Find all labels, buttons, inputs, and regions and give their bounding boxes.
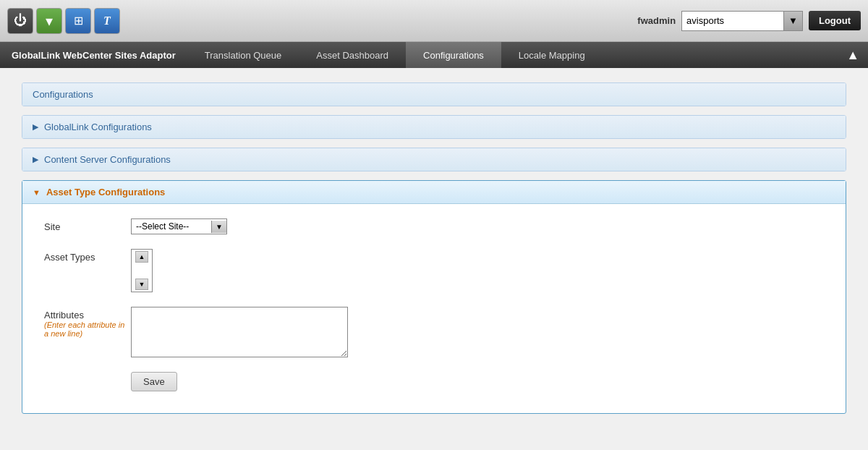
content-server-configs-header[interactable]: ▶ Content Server Configurations — [22, 148, 846, 171]
site-label: Site — [44, 218, 131, 232]
t-icon[interactable]: T — [94, 8, 120, 34]
grid-icon[interactable]: ⊞ — [65, 8, 91, 34]
listbox-scroll-up-btn[interactable]: ▲ — [135, 251, 148, 263]
globallink-configs-title: GlobalLink Configurations — [44, 122, 152, 132]
nav-items: Translation Queue Asset Dashboard Config… — [187, 42, 838, 68]
asset-types-listbox[interactable]: ▲ ▼ — [131, 249, 153, 292]
globallink-configs-header[interactable]: ▶ GlobalLink Configurations — [22, 116, 846, 138]
content-server-configs-panel: ▶ Content Server Configurations — [22, 148, 846, 171]
save-row: Save — [44, 372, 824, 399]
power-icon[interactable]: ⏻ — [7, 8, 33, 34]
site-select-wrapper[interactable]: --Select Site-- ▼ — [131, 218, 227, 234]
site-row: Site --Select Site-- ▼ — [44, 218, 824, 234]
listbox-scroll-down-btn[interactable]: ▼ — [135, 279, 148, 290]
globallink-configs-panel: ▶ GlobalLink Configurations — [22, 115, 846, 139]
attributes-sublabel: (Enter each attribute in a new line) — [44, 320, 131, 338]
upload-icon[interactable]: ▲ — [846, 48, 859, 63]
logout-button[interactable]: Logout — [809, 11, 861, 30]
site-select-arrow-icon: ▼ — [211, 221, 226, 233]
configurations-title: Configurations — [33, 89, 93, 100]
asset-types-label: Asset Types — [44, 249, 131, 263]
navbar: GlobalLink WebCenter Sites Adaptor Trans… — [0, 42, 868, 68]
nav-asset-dashboard[interactable]: Asset Dashboard — [299, 42, 406, 68]
nav-locale-mapping[interactable]: Locale Mapping — [501, 42, 603, 68]
asset-types-row: Asset Types ▲ ▼ — [44, 249, 824, 292]
asset-type-body: Site --Select Site-- ▼ Asset Types ▲ ▼ — [22, 204, 846, 413]
save-button[interactable]: Save — [131, 372, 177, 391]
attributes-label: Attributes — [44, 310, 131, 320]
asset-type-arrow-icon: ▼ — [33, 188, 41, 197]
site-dropdown-btn[interactable]: ▼ — [783, 12, 802, 30]
attributes-label-wrapper: Attributes (Enter each attribute in a ne… — [44, 307, 131, 338]
asset-type-configs-title: Asset Type Configurations — [46, 187, 165, 198]
asset-type-configs-panel: ▼ Asset Type Configurations Site --Selec… — [22, 180, 846, 414]
site-select[interactable]: --Select Site-- — [132, 219, 211, 234]
asset-type-configs-header[interactable]: ▼ Asset Type Configurations — [22, 181, 846, 204]
main-content: Configurations ▶ GlobalLink Configuratio… — [0, 68, 868, 437]
content-server-configs-title: Content Server Configurations — [44, 154, 171, 165]
configurations-title-panel: Configurations — [22, 82, 846, 106]
attributes-row: Attributes (Enter each attribute in a ne… — [44, 307, 824, 357]
site-selector[interactable]: ▼ — [681, 11, 803, 31]
nav-right: ▲ — [838, 42, 868, 68]
configurations-title-header: Configurations — [22, 83, 846, 106]
shield-icon[interactable]: ▾ — [36, 8, 62, 34]
content-server-arrow-icon: ▶ — [33, 155, 38, 164]
toolbar-right: fwadmin ▼ Logout — [637, 11, 861, 31]
nav-translation-queue[interactable]: Translation Queue — [187, 42, 299, 68]
nav-configurations[interactable]: Configurations — [406, 42, 501, 68]
username-label: fwadmin — [637, 15, 676, 26]
nav-brand: GlobalLink WebCenter Sites Adaptor — [0, 42, 187, 68]
site-input[interactable] — [682, 12, 783, 29]
globallink-arrow-icon: ▶ — [33, 122, 38, 132]
toolbar: ⏻ ▾ ⊞ T fwadmin ▼ Logout — [0, 0, 868, 42]
attributes-textarea[interactable] — [131, 307, 348, 357]
